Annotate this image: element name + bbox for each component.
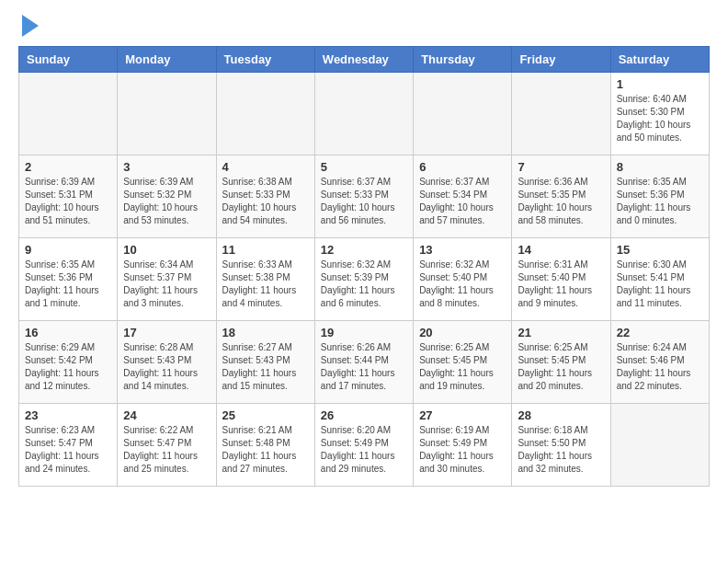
week-row-4: 16Sunrise: 6:29 AM Sunset: 5:42 PM Dayli… bbox=[19, 321, 710, 404]
day-cell: 28Sunrise: 6:18 AM Sunset: 5:50 PM Dayli… bbox=[512, 404, 610, 487]
week-row-5: 23Sunrise: 6:23 AM Sunset: 5:47 PM Dayli… bbox=[19, 404, 710, 487]
day-cell: 3Sunrise: 6:39 AM Sunset: 5:32 PM Daylig… bbox=[118, 155, 216, 238]
day-number: 14 bbox=[518, 243, 604, 257]
day-number: 2 bbox=[25, 160, 111, 174]
header-saturday: Saturday bbox=[610, 47, 709, 73]
day-info: Sunrise: 6:35 AM Sunset: 5:36 PM Dayligh… bbox=[617, 176, 703, 227]
day-cell: 22Sunrise: 6:24 AM Sunset: 5:46 PM Dayli… bbox=[610, 321, 709, 404]
day-number: 21 bbox=[518, 326, 604, 339]
day-cell: 23Sunrise: 6:23 AM Sunset: 5:47 PM Dayli… bbox=[19, 404, 118, 487]
day-info: Sunrise: 6:22 AM Sunset: 5:47 PM Dayligh… bbox=[123, 424, 210, 476]
day-info: Sunrise: 6:39 AM Sunset: 5:31 PM Dayligh… bbox=[25, 176, 111, 227]
day-info: Sunrise: 6:35 AM Sunset: 5:36 PM Dayligh… bbox=[25, 259, 111, 310]
day-number: 28 bbox=[518, 408, 604, 422]
day-info: Sunrise: 6:28 AM Sunset: 5:43 PM Dayligh… bbox=[123, 341, 210, 393]
day-cell: 16Sunrise: 6:29 AM Sunset: 5:42 PM Dayli… bbox=[19, 321, 118, 404]
day-cell bbox=[216, 73, 314, 155]
day-cell: 9Sunrise: 6:35 AM Sunset: 5:36 PM Daylig… bbox=[19, 238, 118, 321]
day-number: 11 bbox=[222, 243, 309, 257]
day-cell: 24Sunrise: 6:22 AM Sunset: 5:47 PM Dayli… bbox=[118, 404, 216, 487]
day-cell: 21Sunrise: 6:25 AM Sunset: 5:45 PM Dayli… bbox=[512, 321, 610, 404]
day-number: 4 bbox=[222, 160, 309, 174]
day-info: Sunrise: 6:34 AM Sunset: 5:37 PM Dayligh… bbox=[123, 259, 210, 310]
day-info: Sunrise: 6:20 AM Sunset: 5:49 PM Dayligh… bbox=[321, 424, 407, 476]
day-number: 8 bbox=[617, 160, 703, 174]
day-cell: 7Sunrise: 6:36 AM Sunset: 5:35 PM Daylig… bbox=[512, 155, 610, 238]
day-number: 27 bbox=[419, 408, 506, 422]
page-header bbox=[18, 18, 710, 37]
header-tuesday: Tuesday bbox=[216, 47, 314, 73]
day-cell: 19Sunrise: 6:26 AM Sunset: 5:44 PM Dayli… bbox=[314, 321, 413, 404]
day-cell: 12Sunrise: 6:32 AM Sunset: 5:39 PM Dayli… bbox=[314, 238, 413, 321]
day-number: 7 bbox=[518, 160, 604, 174]
day-cell: 27Sunrise: 6:19 AM Sunset: 5:49 PM Dayli… bbox=[414, 404, 512, 487]
day-info: Sunrise: 6:19 AM Sunset: 5:49 PM Dayligh… bbox=[419, 424, 506, 476]
day-number: 20 bbox=[419, 326, 506, 339]
day-info: Sunrise: 6:23 AM Sunset: 5:47 PM Dayligh… bbox=[25, 424, 111, 476]
day-number: 24 bbox=[123, 408, 210, 422]
day-number: 17 bbox=[123, 326, 210, 339]
day-cell: 25Sunrise: 6:21 AM Sunset: 5:48 PM Dayli… bbox=[216, 404, 314, 487]
day-info: Sunrise: 6:27 AM Sunset: 5:43 PM Dayligh… bbox=[222, 341, 309, 393]
day-info: Sunrise: 6:24 AM Sunset: 5:46 PM Dayligh… bbox=[617, 341, 703, 393]
day-cell: 10Sunrise: 6:34 AM Sunset: 5:37 PM Dayli… bbox=[118, 238, 216, 321]
calendar-table: SundayMondayTuesdayWednesdayThursdayFrid… bbox=[18, 46, 710, 487]
day-number: 5 bbox=[321, 160, 407, 174]
day-cell: 1Sunrise: 6:40 AM Sunset: 5:30 PM Daylig… bbox=[610, 73, 709, 155]
day-info: Sunrise: 6:21 AM Sunset: 5:48 PM Dayligh… bbox=[222, 424, 309, 476]
day-cell: 15Sunrise: 6:30 AM Sunset: 5:41 PM Dayli… bbox=[610, 238, 709, 321]
day-info: Sunrise: 6:25 AM Sunset: 5:45 PM Dayligh… bbox=[419, 341, 506, 393]
week-row-3: 9Sunrise: 6:35 AM Sunset: 5:36 PM Daylig… bbox=[19, 238, 710, 321]
day-number: 3 bbox=[123, 160, 210, 174]
day-number: 12 bbox=[321, 243, 407, 257]
day-cell bbox=[512, 73, 610, 155]
day-cell: 4Sunrise: 6:38 AM Sunset: 5:33 PM Daylig… bbox=[216, 155, 314, 238]
day-cell: 17Sunrise: 6:28 AM Sunset: 5:43 PM Dayli… bbox=[118, 321, 216, 404]
day-info: Sunrise: 6:30 AM Sunset: 5:41 PM Dayligh… bbox=[617, 259, 703, 310]
day-number: 10 bbox=[123, 243, 210, 257]
day-cell: 2Sunrise: 6:39 AM Sunset: 5:31 PM Daylig… bbox=[19, 155, 118, 238]
logo bbox=[18, 18, 39, 37]
day-cell: 14Sunrise: 6:31 AM Sunset: 5:40 PM Dayli… bbox=[512, 238, 610, 321]
day-number: 1 bbox=[617, 77, 703, 91]
header-monday: Monday bbox=[118, 47, 216, 73]
day-cell: 18Sunrise: 6:27 AM Sunset: 5:43 PM Dayli… bbox=[216, 321, 314, 404]
day-cell bbox=[414, 73, 512, 155]
day-cell bbox=[19, 73, 118, 155]
day-info: Sunrise: 6:29 AM Sunset: 5:42 PM Dayligh… bbox=[25, 341, 111, 393]
day-cell: 26Sunrise: 6:20 AM Sunset: 5:49 PM Dayli… bbox=[314, 404, 413, 487]
day-info: Sunrise: 6:26 AM Sunset: 5:44 PM Dayligh… bbox=[321, 341, 407, 393]
day-number: 13 bbox=[419, 243, 506, 257]
day-cell: 8Sunrise: 6:35 AM Sunset: 5:36 PM Daylig… bbox=[610, 155, 709, 238]
day-info: Sunrise: 6:31 AM Sunset: 5:40 PM Dayligh… bbox=[518, 259, 604, 310]
day-cell bbox=[314, 73, 413, 155]
week-row-1: 1Sunrise: 6:40 AM Sunset: 5:30 PM Daylig… bbox=[19, 73, 710, 155]
day-info: Sunrise: 6:40 AM Sunset: 5:30 PM Dayligh… bbox=[617, 93, 703, 144]
day-cell: 13Sunrise: 6:32 AM Sunset: 5:40 PM Dayli… bbox=[414, 238, 512, 321]
header-thursday: Thursday bbox=[414, 47, 512, 73]
day-cell: 6Sunrise: 6:37 AM Sunset: 5:34 PM Daylig… bbox=[414, 155, 512, 238]
day-info: Sunrise: 6:18 AM Sunset: 5:50 PM Dayligh… bbox=[518, 424, 604, 476]
header-sunday: Sunday bbox=[19, 47, 118, 73]
day-cell bbox=[610, 404, 709, 487]
day-info: Sunrise: 6:39 AM Sunset: 5:32 PM Dayligh… bbox=[123, 176, 210, 227]
day-info: Sunrise: 6:25 AM Sunset: 5:45 PM Dayligh… bbox=[518, 341, 604, 393]
day-info: Sunrise: 6:32 AM Sunset: 5:39 PM Dayligh… bbox=[321, 259, 407, 310]
day-cell: 11Sunrise: 6:33 AM Sunset: 5:38 PM Dayli… bbox=[216, 238, 314, 321]
day-number: 15 bbox=[617, 243, 703, 257]
day-number: 26 bbox=[321, 408, 407, 422]
day-info: Sunrise: 6:33 AM Sunset: 5:38 PM Dayligh… bbox=[222, 259, 309, 310]
day-info: Sunrise: 6:37 AM Sunset: 5:34 PM Dayligh… bbox=[419, 176, 506, 227]
day-info: Sunrise: 6:38 AM Sunset: 5:33 PM Dayligh… bbox=[222, 176, 309, 227]
day-number: 18 bbox=[222, 326, 309, 339]
day-number: 19 bbox=[321, 326, 407, 339]
day-cell: 20Sunrise: 6:25 AM Sunset: 5:45 PM Dayli… bbox=[414, 321, 512, 404]
week-row-2: 2Sunrise: 6:39 AM Sunset: 5:31 PM Daylig… bbox=[19, 155, 710, 238]
day-cell: 5Sunrise: 6:37 AM Sunset: 5:33 PM Daylig… bbox=[314, 155, 413, 238]
day-info: Sunrise: 6:36 AM Sunset: 5:35 PM Dayligh… bbox=[518, 176, 604, 227]
day-number: 23 bbox=[25, 408, 111, 422]
day-number: 6 bbox=[419, 160, 506, 174]
day-info: Sunrise: 6:37 AM Sunset: 5:33 PM Dayligh… bbox=[321, 176, 407, 227]
day-number: 25 bbox=[222, 408, 309, 422]
day-number: 16 bbox=[25, 326, 111, 339]
